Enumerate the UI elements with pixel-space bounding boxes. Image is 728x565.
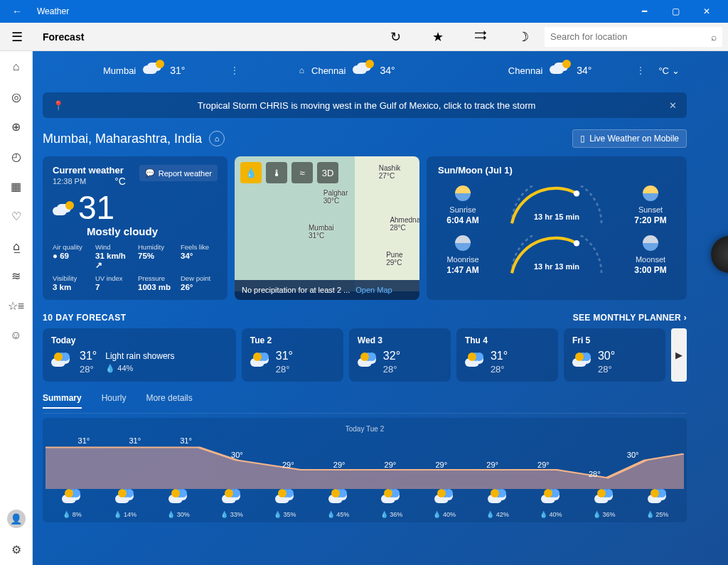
report-weather-button[interactable]: 💬 Report weather: [139, 165, 218, 181]
detail-tab[interactable]: More details: [146, 393, 192, 409]
chart-temp-label: 29°: [486, 461, 498, 469]
moon-icon[interactable]: ☽: [513, 27, 533, 47]
star-list-icon[interactable]: ☆≡: [8, 297, 25, 314]
map-control[interactable]: 3D: [317, 162, 338, 183]
alert-close-icon[interactable]: ✕: [669, 100, 677, 111]
home-icon[interactable]: ⌂: [8, 58, 25, 75]
summary-chart: Today Tue 2 31°31°31°30°29°29°29°29°29°2…: [43, 418, 687, 522]
menu-button[interactable]: ☰: [6, 26, 28, 48]
open-map-link[interactable]: Open Map: [355, 286, 392, 294]
forecast-card[interactable]: Thu 431°28°: [456, 328, 558, 382]
phone-icon: ▯: [580, 134, 585, 144]
hour-cell: 💧 42%: [471, 492, 525, 518]
pin-icon[interactable]: ⮆: [471, 27, 491, 47]
chart-temp-label: 29°: [435, 461, 447, 469]
sidebar: ⌂ ◎ ⊕ ◴ ▦ ♡ ⌂̲ ≋ ☆≡ ☺ 👤 ⚙: [0, 51, 33, 565]
fav-city[interactable]: Chennai34°⋮: [449, 63, 651, 78]
stat: Dew point26°: [181, 274, 218, 291]
chart-temp-label: 31°: [129, 436, 141, 445]
current-weather-icon: [53, 193, 73, 223]
page-title: Forecast: [43, 31, 385, 43]
mobile-link[interactable]: ▯ Live Weather on Mobile: [572, 129, 687, 148]
calendar-icon[interactable]: ▦: [8, 178, 25, 195]
forecast-card[interactable]: Tue 231°28°: [242, 328, 343, 382]
chart-temp-label: 30°: [231, 451, 243, 459]
globe-icon[interactable]: ⊕: [8, 118, 25, 135]
alert-banner[interactable]: 📍 Tropical Storm CHRIS is moving west in…: [43, 92, 687, 118]
refresh-icon[interactable]: ↻: [385, 27, 405, 47]
search-box[interactable]: ⌕: [545, 27, 722, 47]
sun-title: Sun/Moon (Jul 1): [438, 165, 675, 176]
cloud-sun-icon: [550, 63, 569, 78]
minimize-button[interactable]: ━: [628, 0, 660, 23]
account-icon[interactable]: 👤: [7, 510, 26, 528]
chart-temp-label: 29°: [333, 461, 346, 469]
forecast-card[interactable]: Wed 332°28°: [349, 328, 451, 382]
chart-temp-label: 29°: [282, 461, 294, 469]
stat: Pressure1003 mb: [138, 274, 175, 291]
favorite-icon[interactable]: ★: [428, 27, 448, 47]
sun-row: Moonrise1:47 AM13 hr 13 minMoonset3:00 P…: [438, 235, 675, 275]
map-city-label: Palghar30°C: [323, 189, 348, 205]
stat: UV index7: [95, 274, 132, 291]
cloud-sun-icon: [143, 63, 163, 78]
maximize-button[interactable]: ▢: [660, 0, 691, 23]
chart-temp-label: 30°: [627, 451, 639, 459]
map-city-label: Pune29°C: [386, 251, 402, 267]
smile-icon[interactable]: ☺: [8, 327, 25, 344]
home-icon: ⌂: [299, 65, 304, 75]
fav-menu-icon[interactable]: ⋮: [230, 65, 240, 76]
set-home-button[interactable]: ⌂: [209, 131, 225, 146]
forecast-title: 10 DAY FORECAST: [43, 313, 127, 323]
hour-cell: 💧 14%: [99, 492, 152, 518]
search-icon[interactable]: ⌕: [711, 31, 717, 43]
chart-icon[interactable]: ≋: [8, 267, 25, 284]
map-control[interactable]: 🌡: [266, 162, 287, 183]
hut-icon[interactable]: ⌂̲: [8, 237, 25, 254]
map-control[interactable]: ≈: [291, 162, 313, 183]
map-card[interactable]: 💧🌡≈3D Nashik27°CPalghar30°CMumbai31°CAhm…: [235, 156, 419, 300]
map-caption: No precipitation for at least 2 ...: [242, 286, 350, 294]
toolbar: ☰ Forecast ↻ ★ ⮆ ☽ ⌕: [0, 23, 728, 51]
detail-tab[interactable]: Hourly: [102, 393, 127, 409]
sun-moon-card: Sun/Moon (Jul 1) Sunrise6:04 AM13 hr 15 …: [427, 156, 687, 300]
map-control[interactable]: 💧: [240, 162, 262, 183]
main: Mumbai31°⋮⌂Chennai34°Chennai34°⋮°C⌄ 📍 Tr…: [33, 51, 728, 565]
close-button[interactable]: ✕: [691, 0, 722, 23]
current-weather-card: Current weather 12:38 PM 💬 Report weathe…: [43, 156, 228, 300]
app-title: Weather: [37, 6, 628, 16]
chart-temp-label: 31°: [78, 436, 90, 445]
chart-temp-label: 29°: [537, 461, 550, 469]
location-name: Mumbai, Maharashtra, India: [43, 131, 202, 146]
health-icon[interactable]: ♡: [8, 208, 25, 225]
chart-temp-label: 31°: [180, 436, 192, 445]
hour-cell: 💧 45%: [311, 492, 365, 518]
alert-text: Tropical Storm CHRIS is moving west in t…: [71, 100, 662, 111]
detail-tab[interactable]: Summary: [43, 393, 82, 409]
hour-cell: 💧 8%: [46, 492, 99, 518]
back-button[interactable]: ←: [6, 6, 28, 17]
fav-name: Chennai: [311, 65, 346, 76]
settings-icon[interactable]: ⚙: [8, 541, 25, 558]
fav-menu-icon[interactable]: ⋮: [636, 65, 646, 76]
radar-icon[interactable]: ◎: [8, 88, 25, 105]
fav-name: Mumbai: [103, 65, 136, 76]
forecast-card-today[interactable]: Today31°28°Light rain showers💧 44%: [43, 328, 236, 382]
hour-cell: 💧 30%: [152, 492, 205, 518]
stat: Visibility3 km: [53, 274, 90, 291]
fav-temp: 34°: [577, 65, 592, 76]
fav-city[interactable]: Mumbai31°⋮: [43, 63, 245, 78]
monthly-planner-link[interactable]: SEE MONTHLY PLANNER ›: [573, 313, 687, 323]
sun-row: Sunrise6:04 AM13 hr 15 minSunset7:20 PM: [438, 185, 675, 225]
alert-icon: 📍: [53, 100, 64, 111]
map-city-label: Ahmedna...28°C: [390, 216, 419, 232]
cloud-sun-icon: [353, 63, 373, 78]
search-input[interactable]: [550, 31, 711, 42]
unit-selector[interactable]: °C⌄: [651, 65, 687, 76]
forecast-card[interactable]: Fri 530°28°: [564, 328, 665, 382]
forecast-next-button[interactable]: ▶: [671, 328, 687, 382]
current-condition: Mostly cloudy: [87, 225, 218, 237]
fav-city[interactable]: ⌂Chennai34°: [245, 63, 448, 78]
comment-icon: 💬: [145, 168, 155, 178]
history-icon[interactable]: ◴: [8, 148, 25, 165]
